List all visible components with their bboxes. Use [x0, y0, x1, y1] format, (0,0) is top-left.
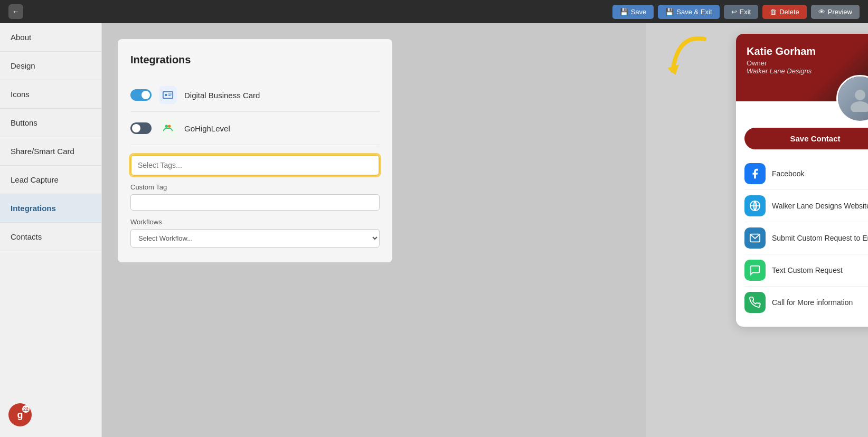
content-area: Integrations Digital Business Card	[102, 23, 646, 437]
svg-point-1	[165, 94, 167, 97]
gohighlevel-label: GoHighLevel	[184, 124, 230, 133]
exit-icon: ↩	[731, 8, 737, 16]
custom-tag-label: Custom Tag	[130, 183, 380, 191]
arrow-icon	[657, 28, 720, 92]
list-item[interactable]: Text Custom Request	[744, 254, 868, 287]
integrations-panel: Integrations Digital Business Card	[118, 39, 392, 262]
save-icon: 💾	[620, 8, 628, 16]
website-icon	[744, 195, 766, 216]
sidebar-item-contacts[interactable]: Contacts	[0, 223, 101, 251]
card-name: Katie Gorham	[747, 45, 868, 58]
preview-button[interactable]: 👁 Preview	[811, 5, 860, 19]
arrow-area	[646, 28, 731, 92]
main-layout: About Design Icons Buttons Share/Smart C…	[0, 23, 868, 437]
gohighlevel-icon	[159, 119, 177, 137]
tags-section: Custom Tag Workflows Select Workflow...	[130, 155, 380, 248]
sidebar-item-integrations[interactable]: Integrations	[0, 194, 101, 223]
card-header: Katie Gorham Owner Walker Lane Designs	[736, 34, 868, 101]
save-exit-label: Save & Exit	[676, 8, 712, 16]
top-bar: ← 💾 Save 💾 Save & Exit ↩ Exit 🗑 Delete 👁…	[0, 0, 868, 23]
sms-label: Text Custom Request	[772, 266, 843, 274]
custom-tag-input[interactable]	[130, 194, 380, 211]
digital-business-card-icon	[159, 86, 177, 104]
sidebar-item-buttons[interactable]: Buttons	[0, 109, 101, 137]
sidebar: About Design Icons Buttons Share/Smart C…	[0, 23, 102, 437]
delete-label: Delete	[779, 8, 799, 16]
list-item[interactable]: Submit Custom Request to Email	[744, 222, 868, 254]
delete-button[interactable]: 🗑 Delete	[762, 5, 807, 19]
select-tags-input[interactable]	[136, 158, 374, 173]
phone-icon	[744, 292, 766, 313]
email-label: Submit Custom Request to Email	[772, 234, 868, 242]
topbar-right: 💾 Save 💾 Save & Exit ↩ Exit 🗑 Delete 👁 P…	[612, 5, 860, 19]
delete-icon: 🗑	[770, 8, 777, 16]
sidebar-item-icons[interactable]: Icons	[0, 80, 101, 109]
card-links: Facebook Walker Lane Designs Website	[736, 158, 868, 327]
list-item[interactable]: Facebook	[744, 158, 868, 190]
sms-icon	[744, 260, 766, 281]
integrations-title: Integrations	[130, 54, 380, 66]
save-button[interactable]: 💾 Save	[612, 5, 654, 19]
exit-button[interactable]: ↩ Exit	[724, 5, 759, 19]
right-section: Katie Gorham Owner Walker Lane Designs S…	[646, 23, 868, 437]
back-button[interactable]: ←	[8, 4, 23, 19]
sidebar-item-about[interactable]: About	[0, 23, 101, 52]
digital-business-card-toggle[interactable]	[130, 89, 152, 101]
workflows-label: Workflows	[130, 218, 380, 226]
svg-point-4	[165, 125, 168, 128]
workflow-select[interactable]: Select Workflow...	[130, 229, 380, 248]
save-exit-button[interactable]: 💾 Save & Exit	[658, 5, 719, 19]
back-icon: ←	[12, 7, 20, 16]
sidebar-logo: g 22	[0, 398, 101, 432]
select-tags-wrapper[interactable]	[130, 155, 380, 176]
facebook-icon	[744, 163, 766, 184]
email-icon	[744, 227, 766, 249]
list-item[interactable]: Call for More information	[744, 287, 868, 318]
list-item[interactable]: Walker Lane Designs Website	[744, 190, 868, 222]
website-label: Walker Lane Designs Website	[772, 202, 868, 210]
digital-business-card-label: Digital Business Card	[184, 91, 260, 100]
toggle-knob-ghl	[132, 124, 140, 132]
digital-business-card-row: Digital Business Card	[130, 79, 380, 112]
facebook-label: Facebook	[772, 169, 804, 178]
sidebar-item-lead-capture[interactable]: Lead Capture	[0, 166, 101, 194]
avatar	[836, 75, 868, 122]
avatar-placeholder	[838, 77, 868, 121]
sidebar-nav: About Design Icons Buttons Share/Smart C…	[0, 23, 101, 251]
preview-panel: Katie Gorham Owner Walker Lane Designs S…	[731, 28, 868, 327]
phone-label: Call for More information	[772, 298, 853, 307]
preview-card: Katie Gorham Owner Walker Lane Designs S…	[736, 34, 868, 327]
preview-label: Preview	[828, 8, 852, 16]
sidebar-item-share-smart-card[interactable]: Share/Smart Card	[0, 137, 101, 166]
preview-icon: 👁	[818, 8, 825, 16]
save-exit-icon: 💾	[665, 8, 674, 16]
sidebar-item-design[interactable]: Design	[0, 52, 101, 80]
topbar-left: ←	[8, 4, 23, 19]
svg-point-5	[168, 125, 171, 128]
gohighlevel-toggle[interactable]	[130, 122, 152, 134]
svg-point-8	[851, 101, 868, 112]
gohighlevel-row: GoHighLevel	[130, 112, 380, 145]
svg-point-7	[855, 90, 865, 100]
svg-rect-0	[163, 92, 173, 99]
save-label: Save	[631, 8, 647, 16]
card-owner-title: Owner	[747, 59, 868, 67]
exit-label: Exit	[740, 8, 751, 16]
card-company: Walker Lane Designs	[747, 67, 868, 75]
g-logo-icon: g 22	[8, 403, 32, 426]
toggle-knob	[141, 91, 150, 99]
save-contact-button[interactable]: Save Contact	[744, 128, 868, 149]
